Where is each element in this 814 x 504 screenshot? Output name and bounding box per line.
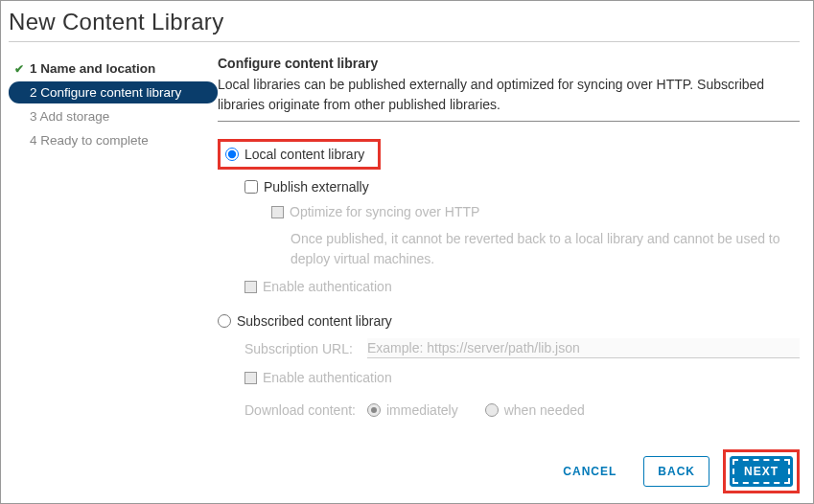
subscription-url-input <box>367 338 800 358</box>
wizard-step-label: 1 Name and location <box>30 61 155 76</box>
optimize-note: Once published, it cannot be reverted ba… <box>291 229 800 269</box>
radio-label: immediately <box>386 402 458 418</box>
back-button[interactable]: BACK <box>643 456 709 487</box>
wizard-step-label: 3 Add storage <box>30 109 109 124</box>
radio-local-input[interactable] <box>225 148 239 161</box>
main-panel: Configure content library Local librarie… <box>218 54 800 418</box>
download-content-row: Download content: immediately when neede… <box>244 402 800 418</box>
new-content-library-dialog: New Content Library ✔ 1 Name and locatio… <box>0 0 814 504</box>
radio-label: Subscribed content library <box>237 313 392 329</box>
checkbox-disabled-icon <box>244 281 257 293</box>
checkbox-publish-externally[interactable]: Publish externally <box>244 179 800 195</box>
divider <box>218 121 800 122</box>
checkbox-publish-input[interactable] <box>244 180 258 194</box>
wizard-step-ready: 4 Ready to complete <box>9 129 218 151</box>
next-button[interactable]: NEXT <box>730 456 793 487</box>
check-icon: ✔ <box>12 62 26 76</box>
wizard-step-add-storage: 3 Add storage <box>9 105 218 127</box>
highlight-next: NEXT <box>723 449 800 493</box>
field-label: Download content: <box>244 402 367 418</box>
wizard-step-label: 2 Configure content library <box>30 85 181 100</box>
dialog-footer: CANCEL BACK NEXT <box>549 449 800 493</box>
checkbox-disabled-icon <box>244 372 257 384</box>
wizard-step-label: 4 Ready to complete <box>30 133 149 148</box>
radio-subscribed-input[interactable] <box>218 314 231 328</box>
radio-download-immediately: immediately <box>367 402 458 418</box>
wizard-step-configure[interactable]: . 2 Configure content library <box>9 81 218 103</box>
radio-subscribed-library[interactable]: Subscribed content library <box>218 313 800 329</box>
section-title: Configure content library <box>218 56 800 71</box>
divider <box>9 41 800 42</box>
checkbox-optimize-http: Optimize for syncing over HTTP <box>271 204 800 219</box>
dialog-title: New Content Library <box>9 9 800 41</box>
dialog-body: ✔ 1 Name and location . 2 Configure cont… <box>9 54 800 418</box>
step-spacer: . <box>12 86 26 100</box>
radio-local-library[interactable]: Local content library <box>225 147 364 162</box>
highlight-local-library: Local content library <box>218 139 381 170</box>
field-subscription-url: Subscription URL: <box>244 338 800 358</box>
checkbox-label: Publish externally <box>264 179 369 195</box>
field-label: Subscription URL: <box>244 341 367 356</box>
section-description: Local libraries can be published externa… <box>218 75 800 115</box>
checkbox-label: Enable authentication <box>263 370 392 385</box>
checkbox-label: Optimize for syncing over HTTP <box>290 204 479 219</box>
radio-download-when-needed: when needed <box>485 402 585 418</box>
radio-label: when needed <box>504 402 585 418</box>
checkbox-disabled-icon <box>271 206 284 218</box>
checkbox-enable-auth-local: Enable authentication <box>244 279 800 294</box>
wizard-nav: ✔ 1 Name and location . 2 Configure cont… <box>9 54 218 418</box>
checkbox-label: Enable authentication <box>263 279 392 294</box>
checkbox-enable-auth-sub: Enable authentication <box>244 370 800 385</box>
cancel-button[interactable]: CANCEL <box>549 457 630 486</box>
radio-label: Local content library <box>244 147 364 162</box>
wizard-step-name-location[interactable]: ✔ 1 Name and location <box>9 57 218 80</box>
radio-icon <box>485 403 499 417</box>
radio-selected-icon <box>367 403 381 417</box>
